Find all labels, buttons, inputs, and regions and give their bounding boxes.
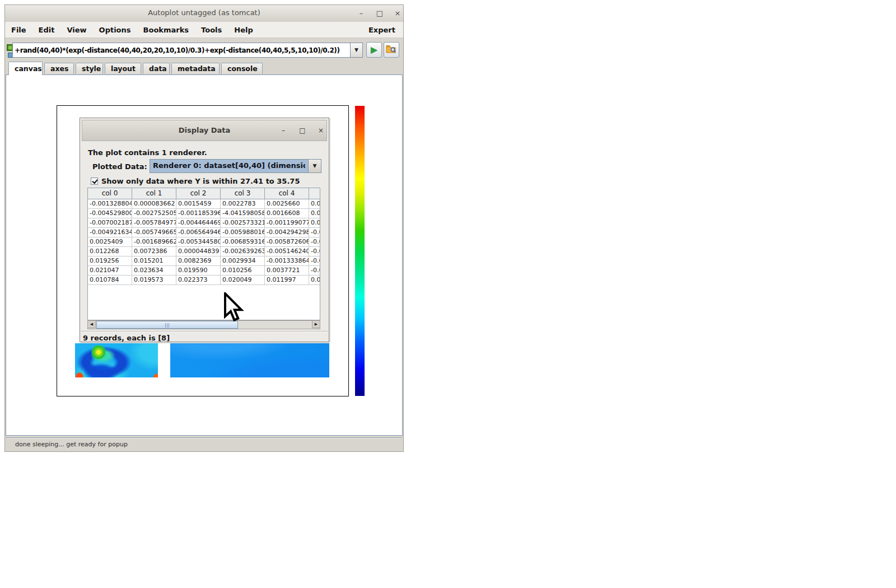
- table-header-cell[interactable]: col 4: [265, 188, 309, 199]
- inspect-uri-button[interactable]: [384, 42, 399, 58]
- dialog-close-button[interactable]: ×: [315, 125, 326, 136]
- table-header-cell[interactable]: col 3: [221, 188, 265, 199]
- table-cell: 0.010784: [88, 276, 132, 284]
- table-cell: 0.015201: [132, 256, 176, 265]
- table-row[interactable]: -0.001328804...0.0000836620.00154590.002…: [88, 199, 320, 209]
- table-cell: 0.0025409: [88, 237, 132, 246]
- table-cell: -0.002639263...: [221, 247, 265, 256]
- table-cell: 0.0015459: [176, 199, 221, 208]
- folder-search-icon: [386, 44, 397, 54]
- table-cell: -0.005784977...: [132, 218, 176, 227]
- table-cell: 0.011997: [265, 276, 309, 284]
- table-header-row: col 0col 1col 2col 3col 4: [88, 188, 320, 199]
- filter-checkbox-label[interactable]: Show only data where Y is within 27.41 t…: [101, 177, 300, 185]
- table-cell: -0.005872606...: [265, 237, 309, 246]
- data-table: col 0col 1col 2col 3col 4 -0.001328804..…: [87, 188, 320, 320]
- scroll-left-button[interactable]: ◀: [87, 320, 96, 328]
- table-cell: 0.023634: [132, 266, 176, 275]
- window-minimize-button[interactable]: –: [355, 8, 367, 19]
- table-cell: -0.0: [309, 237, 320, 246]
- table-cell: 0.0072386: [132, 247, 176, 256]
- menu-item-options[interactable]: Options: [93, 26, 137, 34]
- table-cell: 0.00: [309, 276, 320, 284]
- table-row[interactable]: 0.0210470.0236340.0195900.0102560.003772…: [88, 266, 320, 276]
- table-header-cell[interactable]: [309, 188, 320, 199]
- table-cell: -0.0: [309, 228, 320, 237]
- table-row[interactable]: -0.004529800...-0.002752505...-0.0011853…: [88, 209, 320, 218]
- menu-bar: FileEditViewOptionsBookmarksToolsHelp Ex…: [5, 22, 403, 38]
- uri-input[interactable]: [12, 43, 351, 58]
- window-titlebar[interactable]: Autoplot untagged (as tomcat) – □ ×: [5, 5, 403, 22]
- expert-menu[interactable]: Expert: [368, 26, 403, 34]
- table-header-cell[interactable]: col 0: [88, 188, 132, 199]
- uri-dropdown-button[interactable]: ▼: [351, 43, 363, 58]
- window-title: Autoplot untagged (as tomcat): [5, 8, 403, 17]
- table-cell: 0.00: [309, 218, 320, 227]
- dialog-titlebar[interactable]: Display Data – □ ×: [82, 120, 327, 141]
- table-cell: 0.019590: [176, 266, 221, 275]
- horizontal-scrollbar[interactable]: ◀ ▶: [87, 320, 320, 329]
- plotted-data-combobox[interactable]: Renderer 0: dataset[40,40] (dimension...…: [150, 159, 321, 173]
- table-row[interactable]: 0.0025409-0.001689662...-0.005344580...-…: [88, 237, 320, 247]
- go-button[interactable]: ▶: [366, 42, 382, 58]
- renderer-count-text: The plot contains 1 renderer.: [88, 148, 207, 157]
- table-row[interactable]: -0.004921634...-0.005749665...-0.0065649…: [88, 228, 320, 237]
- window-maximize-button[interactable]: □: [374, 8, 386, 19]
- scrollbar-thumb[interactable]: [96, 321, 238, 329]
- menu-item-bookmarks[interactable]: Bookmarks: [137, 26, 195, 34]
- scroll-right-button[interactable]: ▶: [312, 320, 320, 328]
- spectrogram-left-segment: [75, 343, 158, 377]
- table-cell: 0.022373: [176, 276, 221, 284]
- table-cell: -0.001185396...: [176, 209, 221, 218]
- table-row[interactable]: 0.0107840.0195730.0223730.0200490.011997…: [88, 276, 320, 285]
- display-data-dialog: Display Data – □ × The plot contains 1 r…: [80, 118, 329, 342]
- mouse-cursor-icon: [223, 292, 244, 326]
- dialog-maximize-button[interactable]: □: [297, 125, 308, 136]
- table-cell: -0.005344580...: [176, 237, 221, 246]
- menu-item-tools[interactable]: Tools: [195, 26, 228, 34]
- autoplot-window: Autoplot untagged (as tomcat) – □ × File…: [4, 4, 404, 452]
- table-row[interactable]: -0.007002187...-0.005784977...-0.0044644…: [88, 218, 320, 228]
- table-body: -0.001328804...0.0000836620.00154590.002…: [88, 199, 320, 285]
- table-cell: -0.001328804...: [88, 199, 132, 208]
- tab-style[interactable]: style: [76, 63, 103, 74]
- tab-axes[interactable]: axes: [44, 63, 74, 74]
- table-cell: 0.020049: [221, 276, 265, 284]
- scrollbar-grip-icon: [165, 323, 170, 328]
- tab-data[interactable]: data: [143, 63, 170, 74]
- tab-console[interactable]: console: [221, 63, 263, 74]
- table-row[interactable]: 0.0192560.0152010.00823690.0029934-0.001…: [88, 256, 320, 266]
- table-row[interactable]: 0.0122680.00723860.000044839-0.002639263…: [88, 247, 320, 256]
- tab-layout[interactable]: layout: [105, 63, 141, 74]
- combo-arrow-icon[interactable]: ▼: [308, 160, 321, 172]
- table-cell: -0.002752505...: [132, 209, 176, 218]
- colorbar[interactable]: [355, 106, 365, 396]
- table-cell: -4.041598058...: [221, 209, 265, 218]
- table-cell: 0.0025660: [265, 199, 309, 208]
- tab-canvas[interactable]: canvas: [8, 62, 43, 75]
- filter-checkbox[interactable]: [91, 178, 98, 185]
- table-cell: 0.021047: [88, 266, 132, 275]
- menu-item-file[interactable]: File: [5, 26, 32, 34]
- tab-metadata[interactable]: metadata: [171, 63, 220, 74]
- table-cell: -0.004294298...: [265, 228, 309, 237]
- table-cell: -0.007002187...: [88, 218, 132, 227]
- menu-item-help[interactable]: Help: [228, 26, 259, 34]
- tab-strip: canvasaxesstylelayoutdatametadataconsole: [5, 62, 403, 74]
- table-header-cell[interactable]: col 1: [132, 188, 176, 199]
- table-cell: -0.001199077...: [265, 218, 309, 227]
- table-cell: 0.019573: [132, 276, 176, 284]
- table-cell: -0.002573321...: [221, 218, 265, 227]
- table-cell: 0.0037721: [265, 266, 309, 275]
- table-header-cell[interactable]: col 2: [176, 188, 221, 199]
- menu-item-edit[interactable]: Edit: [32, 26, 61, 34]
- table-cell: 0.0016608: [265, 209, 309, 218]
- checkmark-icon: [92, 178, 97, 184]
- window-close-button[interactable]: ×: [391, 8, 404, 19]
- table-cell: 0.012268: [88, 247, 132, 256]
- status-bar: done sleeping... get ready for popup: [6, 437, 403, 451]
- dialog-minimize-button[interactable]: –: [278, 125, 289, 136]
- menu-item-view[interactable]: View: [60, 26, 92, 34]
- table-cell: 0.00: [309, 199, 320, 208]
- table-cell: -0.005988016...: [221, 228, 265, 237]
